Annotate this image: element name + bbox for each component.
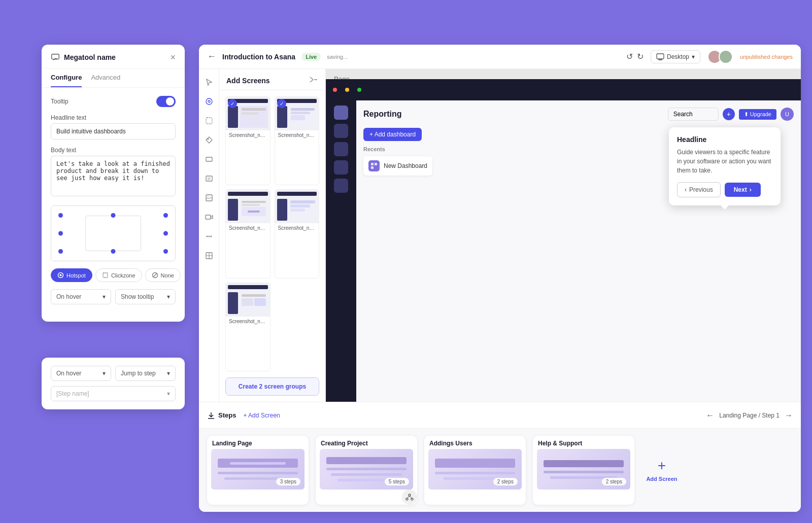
clickzone-trigger[interactable]: Clickzone bbox=[95, 268, 142, 282]
step-card-3[interactable]: Addings Users 2 steps bbox=[424, 436, 526, 505]
svg-rect-6 bbox=[657, 54, 664, 59]
canvas-area: Page bbox=[326, 69, 801, 402]
back-button[interactable]: ← bbox=[207, 51, 216, 62]
position-picker bbox=[51, 205, 176, 261]
sidebar-icon-text[interactable] bbox=[201, 170, 217, 187]
screen-thumb-1[interactable]: ✓ Screenshot_nam... bbox=[225, 96, 270, 185]
left-arrow-icon: ‹ bbox=[685, 186, 687, 193]
chevron-down-icon-5: ▾ bbox=[167, 390, 170, 397]
screen-thumb-4[interactable]: Screenshot_nam... bbox=[275, 189, 320, 278]
tag-icon bbox=[205, 136, 213, 144]
close-button[interactable]: × bbox=[170, 53, 176, 62]
mini-content-4 bbox=[275, 190, 319, 223]
tooltip-toggle[interactable] bbox=[156, 96, 176, 107]
sidebar-icon-tag[interactable] bbox=[201, 132, 217, 148]
svg-marker-13 bbox=[206, 137, 212, 143]
steps-prev-button[interactable]: ← bbox=[706, 411, 714, 420]
create-groups-button[interactable]: Create 2 screen groups bbox=[225, 377, 319, 396]
svg-rect-15 bbox=[206, 157, 212, 161]
tab-advanced[interactable]: Advanced bbox=[91, 68, 120, 87]
screen-thumb-3[interactable]: Screenshot_nam... bbox=[225, 189, 270, 278]
svg-rect-21 bbox=[206, 215, 211, 219]
pos-tr[interactable] bbox=[163, 213, 168, 218]
sidebar-icon-dots[interactable] bbox=[201, 228, 217, 245]
jump-to-step-select[interactable]: Jump to step ▾ bbox=[115, 366, 176, 381]
steps-nav: ← Landing Page / Step 1 → bbox=[706, 411, 793, 420]
sidebar-icon-select[interactable] bbox=[201, 113, 217, 129]
steps-next-button[interactable]: → bbox=[785, 411, 793, 420]
add-screens-title: Add Screens bbox=[226, 77, 270, 85]
step-card-4[interactable]: Help & Support 2 steps bbox=[533, 436, 634, 505]
step-card-title-1: Landing Page bbox=[207, 436, 309, 449]
asana-page-title: Reporting bbox=[363, 110, 402, 119]
device-select[interactable]: Desktop ▾ bbox=[651, 50, 700, 63]
tab-configure[interactable]: Configure bbox=[51, 68, 82, 87]
none-trigger[interactable]: None bbox=[145, 268, 181, 282]
step-name-select[interactable]: [Step name] ▾ bbox=[51, 386, 176, 401]
pos-bl[interactable] bbox=[58, 249, 63, 254]
pos-ml[interactable] bbox=[58, 231, 63, 236]
svg-point-36 bbox=[409, 494, 411, 496]
chevron-down-icon-4: ▾ bbox=[167, 370, 170, 377]
svg-point-38 bbox=[411, 498, 413, 500]
previous-button[interactable]: ‹ Previous bbox=[677, 182, 721, 197]
step-badge-2: 5 steps bbox=[385, 478, 409, 485]
pos-br[interactable] bbox=[163, 249, 168, 254]
tooltip-label: Tooltip bbox=[51, 98, 69, 105]
right-arrow-icon: › bbox=[750, 186, 752, 193]
on-hover-select-2[interactable]: On hover ▾ bbox=[51, 366, 111, 381]
add-screen-link[interactable]: + Add Screen bbox=[243, 412, 280, 419]
next-button[interactable]: Next › bbox=[725, 183, 761, 197]
sidebar-icon-media[interactable] bbox=[201, 190, 217, 206]
add-dashboard-btn[interactable]: + Add dashboard bbox=[363, 128, 422, 141]
collapse-button[interactable] bbox=[309, 76, 318, 85]
pos-tc[interactable] bbox=[111, 213, 116, 218]
pos-tl[interactable] bbox=[58, 213, 63, 218]
svg-point-11 bbox=[208, 100, 210, 102]
sidebar-icon-cursor[interactable] bbox=[201, 74, 217, 90]
step-card-img-4: 2 steps bbox=[537, 449, 630, 490]
sidebar-icon-target[interactable] bbox=[201, 93, 217, 110]
chevron-down-icon-3: ▾ bbox=[103, 370, 106, 377]
panel-title: Megatool name bbox=[64, 53, 116, 61]
svg-point-23 bbox=[208, 236, 210, 237]
step-card-title-3: Addings Users bbox=[424, 436, 526, 449]
sidebar-icon-layout[interactable] bbox=[201, 151, 217, 167]
chevron-down-icon-2: ▾ bbox=[167, 293, 170, 300]
add-screens-header: Add Screens bbox=[219, 69, 325, 90]
body-textarea[interactable]: Let's take a look at a finished product … bbox=[51, 156, 176, 196]
headline-input[interactable] bbox=[51, 123, 176, 140]
screen-check-2: ✓ bbox=[277, 99, 286, 108]
svg-point-37 bbox=[406, 498, 408, 500]
svg-point-14 bbox=[207, 138, 209, 140]
hotspot-label: Hotspot bbox=[66, 272, 86, 278]
step-card-1[interactable]: Landing Page 3 steps bbox=[207, 436, 309, 505]
screen-thumb-2[interactable]: ✓ bbox=[275, 96, 320, 185]
sidebar-icon-video[interactable] bbox=[201, 209, 217, 225]
tooltip-toggle-row: Tooltip bbox=[51, 96, 176, 107]
screen-thumb-5[interactable]: Screenshot_nam... bbox=[225, 283, 270, 371]
on-hover-select[interactable]: On hover ▾ bbox=[51, 289, 111, 304]
layout-icon bbox=[205, 155, 213, 163]
redo-button[interactable]: ↻ bbox=[637, 52, 644, 61]
clickzone-icon bbox=[102, 272, 109, 278]
asana-plus[interactable]: + bbox=[723, 108, 735, 120]
pos-bc[interactable] bbox=[111, 249, 116, 254]
add-screen-plus-icon: + bbox=[658, 459, 666, 473]
none-icon bbox=[152, 272, 158, 278]
show-tooltip-select[interactable]: Show tooltip ▾ bbox=[115, 289, 176, 304]
pos-mr[interactable] bbox=[163, 231, 168, 236]
hotspot-icon bbox=[57, 272, 64, 278]
add-screen-card[interactable]: + Add Screen bbox=[641, 436, 682, 505]
undo-button[interactable]: ↺ bbox=[626, 52, 633, 61]
tooltip-popup: Headline Guide viewers to a specific fea… bbox=[669, 127, 781, 205]
network-icon bbox=[405, 493, 414, 501]
asana-topbar bbox=[326, 79, 801, 100]
cursor-icon bbox=[205, 78, 213, 86]
screen-img-4 bbox=[275, 190, 319, 223]
sidebar-icon-image[interactable] bbox=[201, 248, 217, 264]
hotspot-trigger[interactable]: Hotspot bbox=[51, 268, 92, 282]
asana-search[interactable]: Search bbox=[668, 108, 719, 121]
bottom-left-icons bbox=[402, 490, 417, 505]
network-icon-btn[interactable] bbox=[402, 490, 417, 505]
